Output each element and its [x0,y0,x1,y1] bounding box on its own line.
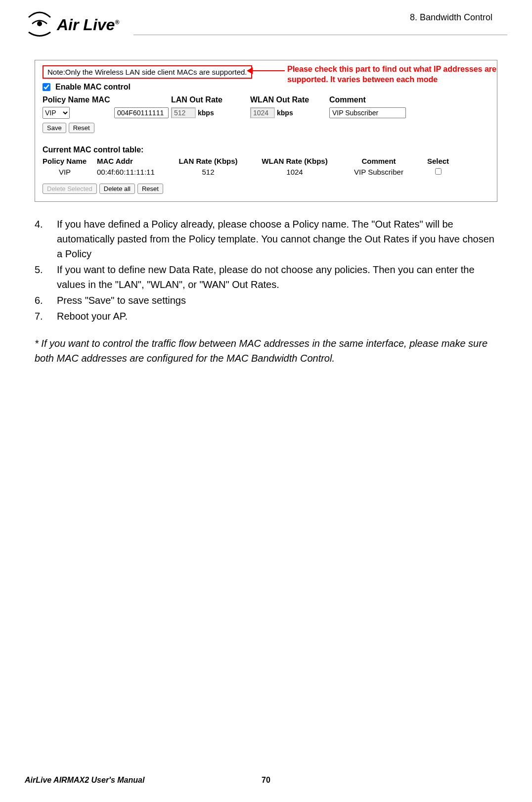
th-mac: MAC Addr [97,157,166,165]
reset-table-button[interactable]: Reset [137,184,163,194]
lan-rate-input[interactable] [171,107,196,118]
form-row: VIP kbps kbps [43,107,489,119]
list-num: 7. [35,309,57,324]
header-policy: Policy Name [43,95,92,104]
comment-input[interactable] [329,107,406,118]
page-footer: AirLive AIRMAX2 User's Manual 70 [25,776,507,785]
note-box: Note:Only the Wireless LAN side client M… [43,65,252,79]
callout-text: Please check this part to find out what … [287,64,515,85]
list-content: If you have defined a Policy already, pl… [57,217,497,261]
list-content: If you want to define new Data Rate, ple… [57,262,497,292]
delete-all-button[interactable]: Delete all [99,184,135,194]
td-select [418,168,458,176]
chapter-title: 8. Bandwidth Control [410,10,507,23]
enable-mac-checkbox[interactable] [43,83,50,91]
logo: Air Live® [25,10,119,40]
config-panel: Note:Only the Wireless LAN side client M… [35,60,497,202]
table-row: VIP 00:4f:60:11:11:11 512 1024 VIP Subsc… [43,168,489,176]
save-reset-row: Save Reset [43,123,489,133]
mac-input[interactable] [114,107,169,118]
th-policy: Policy Name [43,157,97,165]
enable-mac-label: Enable MAC control [55,83,131,92]
body-text: 4. If you have defined a Policy already,… [35,217,497,366]
row-select-checkbox[interactable] [435,168,442,175]
list-item: 5. If you want to define new Data Rate, … [35,262,497,292]
list-num: 4. [35,217,57,261]
header-comment: Comment [329,95,418,104]
delete-selected-button[interactable]: Delete Selected [43,184,97,194]
wlan-rate-input[interactable] [250,107,275,118]
airlive-logo-icon [25,10,54,40]
list-num: 6. [35,293,57,308]
table-headers: Policy Name MAC Addr LAN Rate (Kbps) WLA… [43,157,489,165]
table-title: Current MAC control table: [43,145,489,154]
svg-point-0 [37,21,42,26]
logo-text: Air Live® [57,16,119,34]
footer-title: AirLive AIRMAX2 User's Manual [25,776,144,785]
list-content: Reboot your AP. [57,309,497,324]
th-comment: Comment [339,157,418,165]
header-lan: LAN Out Rate [171,95,250,104]
th-lan: LAN Rate (Kbps) [166,157,250,165]
header-wlan: WLAN Out Rate [250,95,329,104]
policy-select[interactable]: VIP [43,107,70,119]
table-buttons-row: Delete Selected Delete all Reset [43,184,489,194]
td-wlan: 1024 [250,168,339,176]
lan-kbps-label: kbps [198,109,214,117]
list-item: 7. Reboot your AP. [35,309,497,324]
th-select: Select [418,157,458,165]
td-policy: VIP [43,168,97,176]
page-number: 70 [262,776,270,785]
wlan-kbps-label: kbps [277,109,293,117]
list-content: Press "Save" to save settings [57,293,497,308]
list-num: 5. [35,262,57,292]
td-comment: VIP Subscriber [339,168,418,176]
note-text: * If you want to control the traffic flo… [35,336,497,366]
callout-arrow-line [250,70,285,71]
header-mac: MAC [92,95,171,104]
reset-button[interactable]: Reset [69,123,94,133]
save-button[interactable]: Save [43,123,66,133]
header-rule [133,35,507,35]
th-wlan: WLAN Rate (Kbps) [250,157,339,165]
form-headers: Policy Name MAC LAN Out Rate WLAN Out Ra… [43,95,489,104]
list-item: 6. Press "Save" to save settings [35,293,497,308]
td-lan: 512 [166,168,250,176]
td-mac: 00:4f:60:11:11:11 [97,168,166,176]
list-item: 4. If you have defined a Policy already,… [35,217,497,261]
callout-arrow-head [247,67,253,74]
page-header: Air Live® 8. Bandwidth Control [25,10,507,40]
